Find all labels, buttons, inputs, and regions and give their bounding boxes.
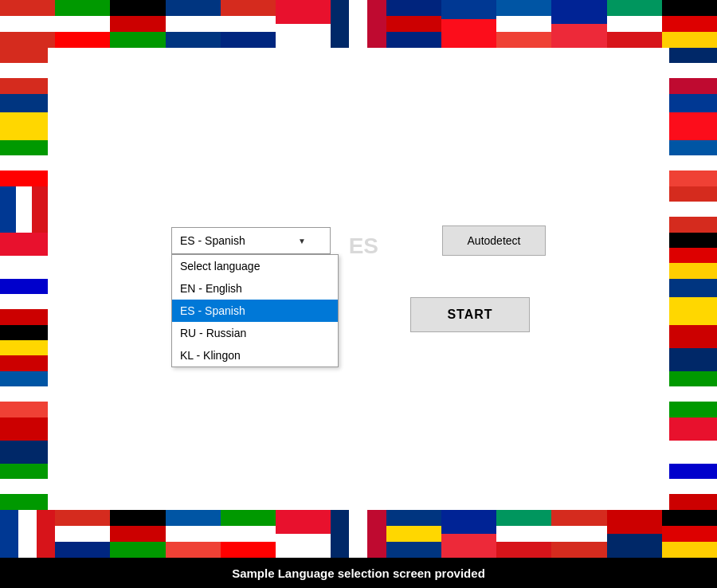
dropdown-item-ru[interactable]: RU - Russian — [172, 322, 338, 344]
flag-cell — [221, 0, 276, 48]
autodetect-button[interactable]: Autodetect — [442, 225, 546, 256]
flag-cell-side — [0, 186, 48, 233]
dropdown-arrow-icon: ▼ — [298, 237, 306, 245]
flag-cell-side — [669, 186, 717, 233]
flag-cell — [551, 510, 606, 558]
flag-cell — [110, 510, 165, 558]
flag-cell-side — [0, 94, 48, 140]
flag-cell — [441, 510, 496, 558]
flag-cell-side — [0, 325, 48, 371]
flag-cell — [607, 0, 662, 48]
flag-cell — [607, 510, 662, 558]
flag-col-right — [669, 48, 717, 510]
main-container: ES - Spanish ▼ Select language EN - Engl… — [0, 0, 717, 558]
flag-cell — [496, 0, 551, 48]
flag-cell — [551, 0, 606, 48]
flag-cell-side — [669, 94, 717, 140]
flag-cell — [166, 0, 221, 48]
flag-cell-side — [669, 371, 717, 417]
flag-cell-side — [0, 464, 48, 510]
flag-cell-side — [669, 325, 717, 371]
language-dropdown-wrapper: ES - Spanish ▼ Select language EN - Engl… — [171, 227, 331, 254]
flag-cell — [662, 0, 717, 48]
flag-cell — [110, 0, 165, 48]
flag-cell — [276, 510, 331, 558]
flag-cell — [331, 510, 386, 558]
flag-cell-side — [0, 48, 48, 94]
flag-cell — [441, 0, 496, 48]
flag-cell-side — [669, 464, 717, 510]
flag-cell — [0, 0, 55, 48]
flag-col-left — [0, 48, 48, 510]
flag-row-bottom — [0, 510, 717, 558]
caption-text: Sample Language selection screen provide… — [232, 566, 485, 580]
flag-cell — [55, 0, 110, 48]
flag-cell-side — [669, 279, 717, 325]
flag-cell — [331, 0, 386, 48]
language-select-display[interactable]: ES - Spanish ▼ — [171, 227, 331, 254]
dropdown-item-kl[interactable]: KL - Klingon — [172, 344, 338, 367]
flag-cell-side — [0, 371, 48, 417]
caption-bar: Sample Language selection screen provide… — [0, 558, 717, 588]
flag-cell-side — [0, 417, 48, 464]
flag-cell — [276, 0, 331, 48]
flag-cell-side — [669, 48, 717, 94]
flag-cell-side — [0, 233, 48, 279]
flag-cell — [55, 510, 110, 558]
dropdown-item-es[interactable]: ES - Spanish — [172, 300, 338, 322]
top-row: ES - Spanish ▼ Select language EN - Engl… — [171, 225, 546, 256]
flag-cell-side — [669, 140, 717, 186]
dropdown-item-select[interactable]: Select language — [172, 255, 338, 277]
flag-cell — [662, 510, 717, 558]
flag-cell-side — [669, 233, 717, 279]
center-content: ES - Spanish ▼ Select language EN - Engl… — [171, 225, 546, 332]
flag-cell — [386, 510, 441, 558]
flag-cell-side — [0, 279, 48, 325]
flag-row-top — [0, 0, 717, 48]
flag-cell — [0, 510, 55, 558]
language-select-value: ES - Spanish — [180, 234, 245, 247]
dropdown-item-en[interactable]: EN - English — [172, 277, 338, 300]
flag-cell-side — [669, 417, 717, 464]
start-button[interactable]: START — [410, 297, 530, 332]
flag-cell — [496, 510, 551, 558]
es-badge: ES — [349, 233, 378, 259]
flag-cell — [221, 510, 276, 558]
language-dropdown-menu: Select language EN - English ES - Spanis… — [171, 254, 339, 367]
flag-cell — [166, 510, 221, 558]
flag-cell-side — [0, 140, 48, 186]
flag-cell — [386, 0, 441, 48]
